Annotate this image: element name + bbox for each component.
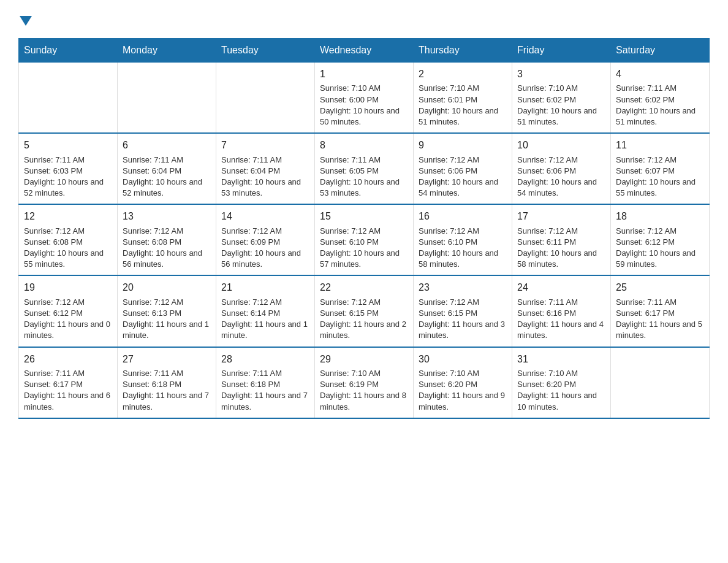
day-number: 17	[517, 210, 605, 223]
day-info: Sunrise: 7:11 AM Sunset: 6:03 PM Dayligh…	[24, 155, 112, 199]
calendar-cell: 14Sunrise: 7:12 AM Sunset: 6:09 PM Dayli…	[216, 204, 315, 275]
day-number: 31	[517, 353, 605, 366]
calendar-cell: 8Sunrise: 7:11 AM Sunset: 6:05 PM Daylig…	[315, 133, 414, 204]
day-number: 7	[221, 139, 309, 152]
day-info: Sunrise: 7:10 AM Sunset: 6:20 PM Dayligh…	[419, 368, 507, 413]
day-number: 2	[419, 67, 507, 81]
calendar-week-4: 19Sunrise: 7:12 AM Sunset: 6:12 PM Dayli…	[19, 275, 710, 347]
day-number: 23	[419, 281, 507, 294]
calendar-cell: 10Sunrise: 7:12 AM Sunset: 6:06 PM Dayli…	[512, 133, 611, 204]
calendar-cell: 11Sunrise: 7:12 AM Sunset: 6:07 PM Dayli…	[611, 133, 710, 204]
day-info: Sunrise: 7:11 AM Sunset: 6:18 PM Dayligh…	[123, 368, 211, 413]
calendar-cell: 28Sunrise: 7:11 AM Sunset: 6:18 PM Dayli…	[216, 347, 315, 418]
calendar-cell: 15Sunrise: 7:12 AM Sunset: 6:10 PM Dayli…	[315, 204, 414, 275]
day-info: Sunrise: 7:12 AM Sunset: 6:08 PM Dayligh…	[24, 226, 112, 270]
day-number: 19	[24, 281, 112, 294]
day-info: Sunrise: 7:12 AM Sunset: 6:09 PM Dayligh…	[221, 226, 309, 270]
day-number: 20	[123, 281, 211, 294]
calendar-cell: 26Sunrise: 7:11 AM Sunset: 6:17 PM Dayli…	[19, 347, 118, 418]
day-info: Sunrise: 7:10 AM Sunset: 6:00 PM Dayligh…	[320, 83, 408, 128]
day-number: 6	[123, 139, 211, 152]
calendar-cell	[118, 63, 216, 134]
calendar-cell	[19, 63, 118, 134]
day-number: 25	[616, 281, 704, 294]
day-number: 5	[24, 139, 112, 152]
day-info: Sunrise: 7:11 AM Sunset: 6:17 PM Dayligh…	[24, 368, 112, 413]
day-number: 14	[221, 210, 309, 223]
day-info: Sunrise: 7:12 AM Sunset: 6:12 PM Dayligh…	[616, 226, 704, 270]
day-number: 3	[517, 67, 605, 81]
day-number: 8	[320, 139, 408, 152]
calendar-cell: 12Sunrise: 7:12 AM Sunset: 6:08 PM Dayli…	[19, 204, 118, 275]
day-number: 9	[419, 139, 507, 152]
weekday-header-thursday: Thursday	[414, 39, 512, 63]
day-number: 1	[320, 67, 408, 81]
day-info: Sunrise: 7:12 AM Sunset: 6:10 PM Dayligh…	[320, 226, 408, 270]
calendar-week-2: 5Sunrise: 7:11 AM Sunset: 6:03 PM Daylig…	[19, 133, 710, 204]
calendar-cell: 18Sunrise: 7:12 AM Sunset: 6:12 PM Dayli…	[611, 204, 710, 275]
calendar-cell	[611, 347, 710, 418]
calendar-cell: 16Sunrise: 7:12 AM Sunset: 6:10 PM Dayli…	[414, 204, 512, 275]
day-number: 18	[616, 210, 704, 223]
weekday-header-monday: Monday	[118, 39, 216, 63]
day-number: 4	[616, 67, 704, 81]
day-number: 24	[517, 281, 605, 294]
calendar-cell: 6Sunrise: 7:11 AM Sunset: 6:04 PM Daylig…	[118, 133, 216, 204]
calendar-cell: 31Sunrise: 7:10 AM Sunset: 6:20 PM Dayli…	[512, 347, 611, 418]
page-header	[18, 12, 710, 26]
calendar-cell: 19Sunrise: 7:12 AM Sunset: 6:12 PM Dayli…	[19, 275, 118, 347]
day-number: 29	[320, 353, 408, 366]
calendar-cell: 2Sunrise: 7:10 AM Sunset: 6:01 PM Daylig…	[414, 63, 512, 134]
calendar-cell: 25Sunrise: 7:11 AM Sunset: 6:17 PM Dayli…	[611, 275, 710, 347]
calendar-cell: 13Sunrise: 7:12 AM Sunset: 6:08 PM Dayli…	[118, 204, 216, 275]
day-info: Sunrise: 7:12 AM Sunset: 6:11 PM Dayligh…	[517, 226, 605, 270]
weekday-header-friday: Friday	[512, 39, 611, 63]
day-number: 13	[123, 210, 211, 223]
weekday-header-wednesday: Wednesday	[315, 39, 414, 63]
calendar-cell: 9Sunrise: 7:12 AM Sunset: 6:06 PM Daylig…	[414, 133, 512, 204]
logo-triangle-icon	[20, 16, 32, 26]
day-info: Sunrise: 7:10 AM Sunset: 6:20 PM Dayligh…	[517, 368, 605, 413]
calendar-week-3: 12Sunrise: 7:12 AM Sunset: 6:08 PM Dayli…	[19, 204, 710, 275]
day-info: Sunrise: 7:11 AM Sunset: 6:02 PM Dayligh…	[616, 83, 704, 128]
day-number: 16	[419, 210, 507, 223]
day-info: Sunrise: 7:12 AM Sunset: 6:14 PM Dayligh…	[221, 297, 309, 342]
day-number: 12	[24, 210, 112, 223]
day-info: Sunrise: 7:10 AM Sunset: 6:01 PM Dayligh…	[419, 83, 507, 128]
calendar-cell	[216, 63, 315, 134]
calendar-cell: 27Sunrise: 7:11 AM Sunset: 6:18 PM Dayli…	[118, 347, 216, 418]
day-info: Sunrise: 7:10 AM Sunset: 6:02 PM Dayligh…	[517, 83, 605, 128]
calendar-cell: 24Sunrise: 7:11 AM Sunset: 6:16 PM Dayli…	[512, 275, 611, 347]
day-number: 22	[320, 281, 408, 294]
calendar-week-1: 1Sunrise: 7:10 AM Sunset: 6:00 PM Daylig…	[19, 63, 710, 134]
day-info: Sunrise: 7:12 AM Sunset: 6:12 PM Dayligh…	[24, 297, 112, 342]
calendar-cell: 3Sunrise: 7:10 AM Sunset: 6:02 PM Daylig…	[512, 63, 611, 134]
day-number: 21	[221, 281, 309, 294]
day-info: Sunrise: 7:12 AM Sunset: 6:15 PM Dayligh…	[419, 297, 507, 342]
day-number: 11	[616, 139, 704, 152]
day-info: Sunrise: 7:11 AM Sunset: 6:17 PM Dayligh…	[616, 297, 704, 342]
calendar-cell: 1Sunrise: 7:10 AM Sunset: 6:00 PM Daylig…	[315, 63, 414, 134]
day-info: Sunrise: 7:11 AM Sunset: 6:04 PM Dayligh…	[221, 155, 309, 199]
calendar-cell: 7Sunrise: 7:11 AM Sunset: 6:04 PM Daylig…	[216, 133, 315, 204]
weekday-header-row: SundayMondayTuesdayWednesdayThursdayFrid…	[19, 39, 710, 63]
day-info: Sunrise: 7:11 AM Sunset: 6:04 PM Dayligh…	[123, 155, 211, 199]
calendar-cell: 4Sunrise: 7:11 AM Sunset: 6:02 PM Daylig…	[611, 63, 710, 134]
day-info: Sunrise: 7:11 AM Sunset: 6:05 PM Dayligh…	[320, 155, 408, 199]
calendar-cell: 23Sunrise: 7:12 AM Sunset: 6:15 PM Dayli…	[414, 275, 512, 347]
calendar-cell: 29Sunrise: 7:10 AM Sunset: 6:19 PM Dayli…	[315, 347, 414, 418]
day-info: Sunrise: 7:12 AM Sunset: 6:08 PM Dayligh…	[123, 226, 211, 270]
day-number: 27	[123, 353, 211, 366]
calendar-cell: 30Sunrise: 7:10 AM Sunset: 6:20 PM Dayli…	[414, 347, 512, 418]
calendar-cell: 22Sunrise: 7:12 AM Sunset: 6:15 PM Dayli…	[315, 275, 414, 347]
day-info: Sunrise: 7:12 AM Sunset: 6:15 PM Dayligh…	[320, 297, 408, 342]
day-info: Sunrise: 7:11 AM Sunset: 6:16 PM Dayligh…	[517, 297, 605, 342]
day-info: Sunrise: 7:11 AM Sunset: 6:18 PM Dayligh…	[221, 368, 309, 413]
calendar-week-5: 26Sunrise: 7:11 AM Sunset: 6:17 PM Dayli…	[19, 347, 710, 418]
calendar-cell: 5Sunrise: 7:11 AM Sunset: 6:03 PM Daylig…	[19, 133, 118, 204]
weekday-header-sunday: Sunday	[19, 39, 118, 63]
day-number: 15	[320, 210, 408, 223]
day-info: Sunrise: 7:12 AM Sunset: 6:13 PM Dayligh…	[123, 297, 211, 342]
weekday-header-saturday: Saturday	[611, 39, 710, 63]
day-info: Sunrise: 7:10 AM Sunset: 6:19 PM Dayligh…	[320, 368, 408, 413]
